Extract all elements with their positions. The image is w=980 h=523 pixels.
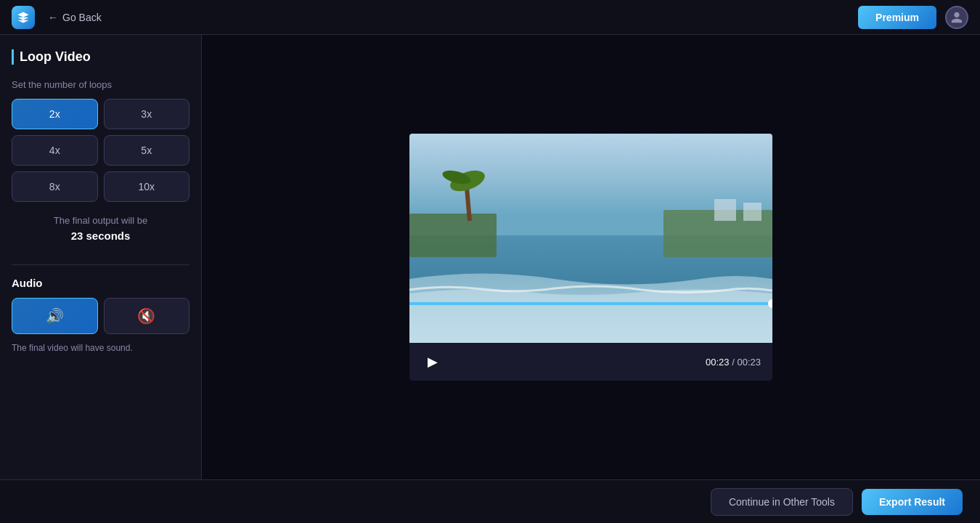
header-left: ← Go Back bbox=[12, 6, 107, 29]
premium-button[interactable]: Premium bbox=[858, 6, 936, 29]
main-content: Loop Video Set the number of loops 2x 3x… bbox=[0, 35, 980, 479]
total-time: 00:23 bbox=[737, 357, 761, 368]
current-time: 00:23 bbox=[706, 357, 730, 368]
audio-sound-on-button[interactable]: 🔊 bbox=[12, 298, 98, 334]
continue-other-tools-button[interactable]: Continue in Other Tools bbox=[711, 488, 853, 516]
svg-rect-2 bbox=[409, 214, 497, 257]
video-container: ▶ 00:23 / 00:23 bbox=[409, 134, 772, 381]
logo-icon bbox=[17, 11, 30, 24]
svg-rect-7 bbox=[714, 199, 736, 221]
loop-option-3x[interactable]: 3x bbox=[104, 99, 190, 129]
loop-option-5x[interactable]: 5x bbox=[104, 135, 190, 166]
video-scene-svg bbox=[409, 134, 772, 343]
loop-option-4x-label: 4x bbox=[49, 145, 60, 156]
app-footer: Continue in Other Tools Export Result bbox=[0, 479, 980, 523]
progress-thumb bbox=[768, 299, 772, 308]
loop-option-10x[interactable]: 10x bbox=[104, 171, 190, 202]
loop-option-8x-label: 8x bbox=[49, 181, 60, 192]
sidebar: Loop Video Set the number of loops 2x 3x… bbox=[0, 35, 202, 479]
loop-option-2x[interactable]: 2x bbox=[12, 99, 98, 129]
audio-status-text: The final video will have sound. bbox=[12, 343, 189, 353]
svg-rect-8 bbox=[743, 203, 761, 221]
volume-on-icon: 🔊 bbox=[46, 307, 64, 325]
loop-option-3x-label: 3x bbox=[141, 108, 152, 120]
volume-off-icon: 🔇 bbox=[137, 307, 155, 325]
progress-fill bbox=[409, 302, 772, 305]
video-area: ▶ 00:23 / 00:23 bbox=[202, 35, 980, 479]
video-frame bbox=[409, 134, 772, 343]
video-controls: ▶ 00:23 / 00:23 bbox=[409, 343, 772, 381]
app-logo bbox=[12, 6, 35, 29]
go-back-button[interactable]: ← Go Back bbox=[42, 9, 107, 26]
loop-option-10x-label: 10x bbox=[138, 181, 155, 192]
audio-sound-off-button[interactable]: 🔇 bbox=[104, 298, 190, 334]
output-info-text: The final output will be bbox=[54, 215, 147, 226]
user-avatar[interactable] bbox=[945, 6, 968, 29]
divider bbox=[12, 264, 189, 265]
user-icon bbox=[950, 11, 963, 24]
page-title: Loop Video bbox=[12, 49, 189, 65]
loops-section-label: Set the number of loops bbox=[12, 79, 189, 90]
export-result-button[interactable]: Export Result bbox=[862, 489, 963, 515]
play-icon: ▶ bbox=[428, 354, 438, 370]
audio-options-grid: 🔊 🔇 bbox=[12, 298, 189, 334]
play-button[interactable]: ▶ bbox=[421, 350, 444, 373]
time-display: 00:23 / 00:23 bbox=[706, 357, 761, 368]
app-header: ← Go Back Premium bbox=[0, 0, 980, 35]
video-progress-bar[interactable] bbox=[409, 302, 772, 305]
loop-option-4x[interactable]: 4x bbox=[12, 135, 98, 166]
audio-section-label: Audio bbox=[12, 277, 189, 289]
loop-options-grid: 2x 3x 4x 5x 8x 10x bbox=[12, 99, 189, 202]
header-right: Premium bbox=[858, 6, 968, 29]
go-back-label: Go Back bbox=[62, 12, 102, 23]
back-arrow-icon: ← bbox=[48, 12, 58, 23]
output-duration: 23 seconds bbox=[12, 228, 189, 245]
loop-option-5x-label: 5x bbox=[141, 145, 152, 156]
time-separator: / bbox=[732, 357, 735, 368]
loop-option-2x-label: 2x bbox=[49, 108, 60, 120]
output-info: The final output will be 23 seconds bbox=[12, 214, 189, 244]
loop-option-8x[interactable]: 8x bbox=[12, 171, 98, 202]
